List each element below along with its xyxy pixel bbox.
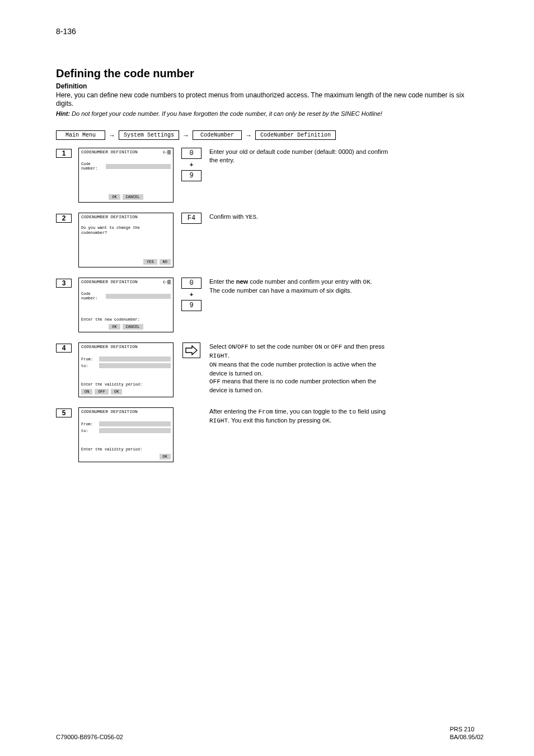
step-number: 3 xyxy=(56,279,72,288)
key-9[interactable]: 9 xyxy=(181,300,202,311)
from-field[interactable] xyxy=(99,421,171,426)
screen-step-2: CODENUMBER DEFINITION Do you want to cha… xyxy=(78,213,174,267)
off-button[interactable]: OFF xyxy=(95,389,109,395)
svg-rect-1 xyxy=(167,280,171,284)
crumb-codenumber-definition: CodeNumber Definition xyxy=(255,130,336,140)
footer-model: PRS 210 xyxy=(449,726,484,732)
page-title: Defining the code number xyxy=(56,67,484,80)
plus-icon: + xyxy=(190,291,193,298)
step-3: 3 CODENUMBER DEFINITION Code number: Ent… xyxy=(56,278,484,332)
field-label-from: From: xyxy=(81,357,98,361)
screen-step-4: CODENUMBER DEFINITION From: to: Enter th… xyxy=(78,342,174,397)
ok-button[interactable]: OK xyxy=(111,389,122,395)
key-sequence xyxy=(180,342,203,358)
cancel-button[interactable]: CANCEL xyxy=(123,194,143,200)
prompt-line: Enter the validity period: xyxy=(81,447,171,452)
field-label-from: From: xyxy=(81,422,98,426)
crumb-codenumber: CodeNumber xyxy=(193,130,242,140)
prompt-line-2: codenumber? xyxy=(81,231,171,236)
page-footer: C79000-B8976-C056-02 PRS 210 BA/08.95/02 xyxy=(56,726,484,740)
screen-title: CODENUMBER DEFINITION xyxy=(81,344,171,349)
screen-title: CODENUMBER DEFINITION xyxy=(81,149,171,154)
chevron-right-icon: → xyxy=(182,132,189,139)
chevron-right-icon: → xyxy=(245,132,252,139)
key-0[interactable]: 0 xyxy=(181,148,202,159)
ok-button[interactable]: OK xyxy=(109,194,120,200)
key-sequence: 0 + 9 xyxy=(180,278,203,311)
step-text: Confirm with YES. xyxy=(209,213,258,222)
input-field[interactable] xyxy=(106,164,171,169)
field-label-to: to: xyxy=(81,364,98,368)
breadcrumb: Main Menu → System Settings → CodeNumber… xyxy=(56,130,484,140)
definition-description: Here, you can define new code numbers to… xyxy=(56,91,484,108)
screen-step-5: CODENUMBER DEFINITION From: to: Enter th… xyxy=(78,407,174,462)
hint-label: Hint: xyxy=(56,110,70,117)
step-4: 4 CODENUMBER DEFINITION From: to: Enter … xyxy=(56,342,484,397)
plus-icon: + xyxy=(190,161,193,168)
cancel-button[interactable]: CANCEL xyxy=(123,324,143,330)
screen-title: CODENUMBER DEFINITION xyxy=(81,409,171,414)
step-1: 1 CODENUMBER DEFINITION Code number: OK … xyxy=(56,148,484,203)
screen-step-3: CODENUMBER DEFINITION Code number: Enter… xyxy=(78,278,174,332)
crumb-system-settings: System Settings xyxy=(119,130,179,140)
step-text: After entering the From time, you can to… xyxy=(209,407,388,425)
prompt-line: Enter the new codenumber: xyxy=(81,317,171,322)
screen-title: CODENUMBER DEFINITION xyxy=(81,214,171,219)
footer-rev: BA/08.95/02 xyxy=(449,734,484,740)
svg-rect-0 xyxy=(167,150,171,154)
footer-model-rev: PRS 210 BA/08.95/02 xyxy=(449,726,484,740)
ok-button[interactable]: OK xyxy=(160,454,171,459)
from-field[interactable] xyxy=(99,356,171,361)
page-number: 8-136 xyxy=(56,27,76,36)
definition-heading: Definition xyxy=(56,82,484,90)
yes-button[interactable]: YES xyxy=(143,259,157,265)
field-label: Code number: xyxy=(81,162,105,171)
page: 8-136 Defining the code number Definitio… xyxy=(0,0,534,756)
key-sequence: 0 + 9 xyxy=(180,148,203,181)
menu-icon xyxy=(163,280,171,284)
key-sequence: F4 xyxy=(180,213,203,224)
footer-doc-id: C79000-B8976-C056-02 xyxy=(56,734,123,740)
arrow-right-key[interactable] xyxy=(182,342,200,358)
step-text: Select ON/OFF to set the code number ON … xyxy=(209,342,388,395)
screen-title: CODENUMBER DEFINITION xyxy=(81,279,171,284)
to-field[interactable] xyxy=(99,363,171,368)
no-button[interactable]: NO xyxy=(160,259,171,265)
on-button[interactable]: ON xyxy=(81,389,92,395)
step-text: Enter your old or default code number (d… xyxy=(209,148,388,165)
step-number: 5 xyxy=(56,408,72,417)
menu-icon xyxy=(163,150,171,154)
field-label: Code number: xyxy=(81,292,105,300)
step-text: Enter the new code number and confirm yo… xyxy=(209,278,372,295)
step-5: 5 CODENUMBER DEFINITION From: to: Enter … xyxy=(56,407,484,462)
field-label-to: to: xyxy=(81,429,98,433)
ok-button[interactable]: OK xyxy=(109,324,120,330)
key-0[interactable]: 0 xyxy=(181,278,202,289)
step-number: 2 xyxy=(56,214,72,223)
key-9[interactable]: 9 xyxy=(181,170,202,181)
step-number: 1 xyxy=(56,149,72,158)
to-field[interactable] xyxy=(99,428,171,433)
crumb-main-menu: Main Menu xyxy=(56,130,105,140)
prompt-line: Enter the validity period: xyxy=(81,382,171,387)
key-f4[interactable]: F4 xyxy=(181,213,202,224)
step-2: 2 CODENUMBER DEFINITION Do you want to c… xyxy=(56,213,484,267)
step-number: 4 xyxy=(56,344,72,353)
chevron-right-icon: → xyxy=(109,132,115,139)
prompt-line-1: Do you want to change the xyxy=(81,226,171,231)
input-field[interactable] xyxy=(106,294,171,299)
hint-text: Do not forget your code number. If you h… xyxy=(72,110,382,117)
screen-step-1: CODENUMBER DEFINITION Code number: OK CA… xyxy=(78,148,174,203)
hint: Hint: Do not forget your code number. If… xyxy=(56,110,484,117)
